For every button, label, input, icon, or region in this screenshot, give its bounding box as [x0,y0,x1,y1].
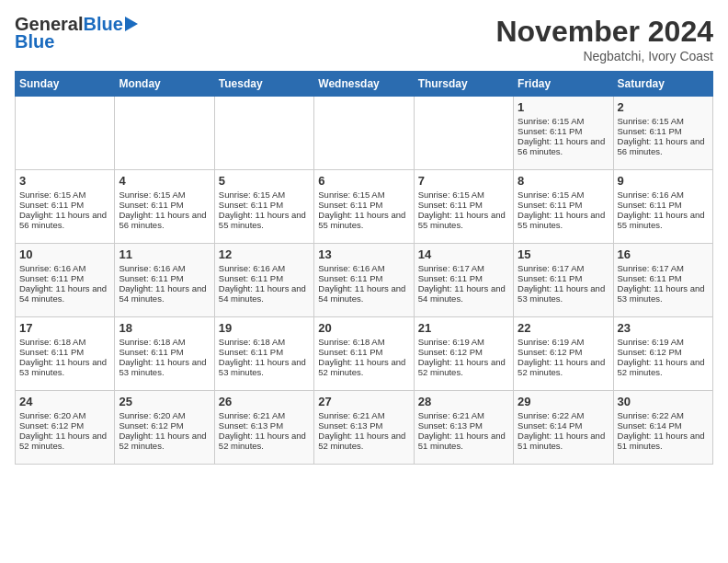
calendar-cell: 30Sunrise: 6:22 AMSunset: 6:14 PMDayligh… [613,391,712,465]
calendar-cell: 24Sunrise: 6:20 AMSunset: 6:12 PMDayligh… [16,391,115,465]
calendar-cell [214,97,313,170]
daylight-text: Daylight: 11 hours and 52 minutes. [318,357,409,377]
calendar-cell: 4Sunrise: 6:15 AMSunset: 6:11 PMDaylight… [115,170,214,244]
sunrise-text: Sunrise: 6:16 AM [618,190,709,200]
day-number: 23 [618,321,709,335]
calendar-week-row: 17Sunrise: 6:18 AMSunset: 6:11 PMDayligh… [16,317,713,391]
sunset-text: Sunset: 6:11 PM [119,200,210,210]
calendar-cell: 22Sunrise: 6:19 AMSunset: 6:12 PMDayligh… [514,317,613,391]
calendar-cell: 21Sunrise: 6:19 AMSunset: 6:12 PMDayligh… [414,317,513,391]
sunrise-text: Sunrise: 6:17 AM [518,263,609,273]
calendar-cell: 26Sunrise: 6:21 AMSunset: 6:13 PMDayligh… [214,391,313,465]
sunset-text: Sunset: 6:14 PM [518,420,609,431]
sunset-text: Sunset: 6:11 PM [318,273,409,283]
day-number: 2 [618,100,709,114]
sunrise-text: Sunrise: 6:18 AM [119,337,210,347]
weekday-header-row: SundayMondayTuesdayWednesdayThursdayFrid… [16,72,713,97]
calendar-cell: 9Sunrise: 6:16 AMSunset: 6:11 PMDaylight… [613,170,712,244]
sunrise-text: Sunrise: 6:15 AM [418,190,509,200]
daylight-text: Daylight: 11 hours and 55 minutes. [219,210,310,230]
daylight-text: Daylight: 11 hours and 53 minutes. [219,357,310,377]
day-number: 6 [318,174,409,188]
sunset-text: Sunset: 6:11 PM [219,200,310,210]
weekday-header-sunday: Sunday [16,72,115,97]
calendar-cell: 10Sunrise: 6:16 AMSunset: 6:11 PMDayligh… [16,244,115,317]
sunrise-text: Sunrise: 6:22 AM [518,410,609,420]
month-title: November 2024 [495,15,713,49]
sunrise-text: Sunrise: 6:19 AM [418,337,509,347]
sunrise-text: Sunrise: 6:22 AM [618,410,709,420]
calendar-cell: 6Sunrise: 6:15 AMSunset: 6:11 PMDaylight… [314,170,414,244]
weekday-header-saturday: Saturday [613,72,712,97]
day-number: 11 [119,247,210,261]
calendar-cell: 11Sunrise: 6:16 AMSunset: 6:11 PMDayligh… [115,244,214,317]
calendar-week-row: 10Sunrise: 6:16 AMSunset: 6:11 PMDayligh… [16,244,713,317]
calendar-cell: 16Sunrise: 6:17 AMSunset: 6:11 PMDayligh… [613,244,712,317]
sunrise-text: Sunrise: 6:16 AM [219,263,310,273]
logo-arrow-icon [125,17,138,31]
sunset-text: Sunset: 6:12 PM [418,347,509,357]
day-number: 26 [219,395,310,408]
logo-general: GeneralBlue [15,15,123,33]
sunset-text: Sunset: 6:11 PM [119,347,210,357]
sunrise-text: Sunrise: 6:15 AM [318,190,409,200]
calendar-cell: 13Sunrise: 6:16 AMSunset: 6:11 PMDayligh… [314,244,414,317]
day-number: 3 [19,174,110,188]
calendar-cell: 15Sunrise: 6:17 AMSunset: 6:11 PMDayligh… [514,244,613,317]
logo-blue-line: Blue [15,31,138,52]
calendar-cell: 19Sunrise: 6:18 AMSunset: 6:11 PMDayligh… [214,317,313,391]
sunset-text: Sunset: 6:13 PM [219,420,310,431]
daylight-text: Daylight: 11 hours and 54 minutes. [318,283,409,304]
calendar-week-row: 3Sunrise: 6:15 AMSunset: 6:11 PMDaylight… [16,170,713,244]
sunset-text: Sunset: 6:12 PM [518,347,609,357]
sunrise-text: Sunrise: 6:17 AM [618,263,709,273]
daylight-text: Daylight: 11 hours and 53 minutes. [119,357,210,377]
sunset-text: Sunset: 6:11 PM [19,273,110,283]
calendar-cell: 28Sunrise: 6:21 AMSunset: 6:13 PMDayligh… [414,391,513,465]
sunrise-text: Sunrise: 6:15 AM [119,190,210,200]
calendar-cell: 5Sunrise: 6:15 AMSunset: 6:11 PMDaylight… [214,170,313,244]
daylight-text: Daylight: 11 hours and 51 minutes. [618,431,709,451]
sunrise-text: Sunrise: 6:21 AM [219,410,310,420]
calendar-cell: 1Sunrise: 6:15 AMSunset: 6:11 PMDaylight… [514,97,613,170]
location: Negbatchi, Ivory Coast [495,49,713,63]
sunrise-text: Sunrise: 6:17 AM [418,263,509,273]
calendar-cell: 29Sunrise: 6:22 AMSunset: 6:14 PMDayligh… [514,391,613,465]
daylight-text: Daylight: 11 hours and 51 minutes. [518,431,609,451]
sunrise-text: Sunrise: 6:15 AM [618,116,709,126]
calendar-cell: 20Sunrise: 6:18 AMSunset: 6:11 PMDayligh… [314,317,414,391]
sunset-text: Sunset: 6:11 PM [119,273,210,283]
sunrise-text: Sunrise: 6:15 AM [19,190,110,200]
calendar-table: SundayMondayTuesdayWednesdayThursdayFrid… [15,71,713,465]
day-number: 29 [518,395,609,408]
day-number: 5 [219,174,310,188]
day-number: 18 [119,321,210,335]
daylight-text: Daylight: 11 hours and 52 minutes. [418,357,509,377]
daylight-text: Daylight: 11 hours and 55 minutes. [618,210,709,230]
logo: GeneralBlue Blue [15,15,138,52]
title-area: November 2024 Negbatchi, Ivory Coast [495,15,713,63]
daylight-text: Daylight: 11 hours and 52 minutes. [318,431,409,451]
daylight-text: Daylight: 11 hours and 52 minutes. [618,357,709,377]
daylight-text: Daylight: 11 hours and 53 minutes. [19,357,110,377]
sunset-text: Sunset: 6:11 PM [518,273,609,283]
daylight-text: Daylight: 11 hours and 53 minutes. [518,283,609,304]
day-number: 25 [119,395,210,408]
sunset-text: Sunset: 6:12 PM [119,420,210,431]
daylight-text: Daylight: 11 hours and 52 minutes. [518,357,609,377]
daylight-text: Daylight: 11 hours and 55 minutes. [518,210,609,230]
day-number: 30 [618,395,709,408]
sunset-text: Sunset: 6:11 PM [618,200,709,210]
weekday-header-tuesday: Tuesday [214,72,313,97]
sunset-text: Sunset: 6:11 PM [318,200,409,210]
daylight-text: Daylight: 11 hours and 54 minutes. [418,283,509,304]
day-number: 17 [19,321,110,335]
sunrise-text: Sunrise: 6:18 AM [318,337,409,347]
sunset-text: Sunset: 6:11 PM [518,126,609,136]
daylight-text: Daylight: 11 hours and 51 minutes. [418,431,509,451]
weekday-header-friday: Friday [514,72,613,97]
daylight-text: Daylight: 11 hours and 53 minutes. [618,283,709,304]
daylight-text: Daylight: 11 hours and 55 minutes. [318,210,409,230]
sunset-text: Sunset: 6:11 PM [618,126,709,136]
day-number: 14 [418,247,509,261]
